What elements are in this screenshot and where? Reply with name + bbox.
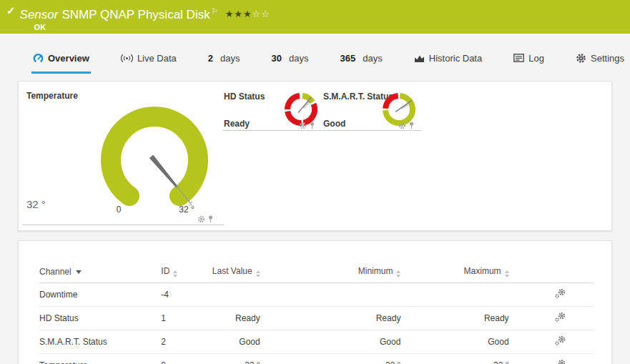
cell-id: 1 [161,307,212,330]
cell-minimum: Good [260,330,401,354]
gauge-pin-icon[interactable] [309,122,315,129]
cell-last-value: Good [212,330,260,354]
channels-panel: Channel ID Last Value Minimum Maximum Do… [18,240,612,364]
stars-empty[interactable]: ☆☆ [252,9,270,19]
table-row-downtime: Downtime -4 [39,283,594,307]
channels-table: Channel ID Last Value Minimum Maximum Do… [39,262,594,364]
tab-log-label: Log [528,53,544,64]
tab-30-days-label: days [289,53,308,64]
tab-365-days-number: 365 [340,53,356,64]
sensor-title-block: SensorSNMP QNAP Physical Disk⚐★★★☆☆ OK [20,4,270,31]
tab-log[interactable]: Log [512,44,546,74]
table-row-smart-status: S.M.A.R.T. Status 2 Good Good Good [39,330,594,354]
tab-live-data[interactable]: Live Data [119,44,178,74]
page-title: SNMP QNAP Physical Disk [61,8,210,21]
sort-desc-icon [76,270,82,274]
tab-historic-data[interactable]: Historic Data [413,44,483,74]
temperature-scale-max: 32 ° [179,205,195,215]
cell-maximum: 32 ° [400,354,508,364]
smart-status-divider [323,130,421,131]
channel-settings-icon[interactable] [554,288,566,299]
column-header-last-value[interactable]: Last Value [212,262,260,283]
tab-30-days[interactable]: 30 days [270,44,310,74]
gauge-settings-icon[interactable] [398,122,406,129]
column-header-maximum[interactable]: Maximum [400,262,508,283]
sensor-header: ✓ SensorSNMP QNAP Physical Disk⚐★★★☆☆ OK [0,0,630,34]
temperature-divider [22,225,224,225]
column-header-id[interactable]: ID [161,262,212,283]
temperature-gauge-arc [111,117,198,196]
channel-settings-icon[interactable] [554,312,566,323]
priority-stars[interactable]: ★★★☆☆ [225,9,270,19]
temperature-gauge-title: Temperature [26,91,78,101]
gauges-panel: Temperature x 0 32 ° 32 ° HD Status [18,81,612,231]
historic-chart-icon [414,54,425,63]
flag-icon[interactable]: ⚐ [212,7,218,15]
hd-status-current-value: Ready [224,119,250,129]
sort-icon [173,270,177,277]
tab-historic-data-label: Historic Data [429,53,482,64]
hd-status-gauge-title: HD Status [224,92,265,102]
sort-icon [396,270,400,277]
log-icon [513,54,524,62]
column-header-channel[interactable]: Channel [39,262,161,283]
status-badge: OK [34,23,270,31]
sort-icon [505,270,509,277]
gauge-pin-icon[interactable] [408,122,415,129]
cell-minimum: 32 ° [260,354,401,364]
tab-365-days-label: days [363,53,382,64]
cell-last-value [212,283,260,307]
cell-id: 2 [161,330,212,354]
cell-maximum: Good [400,330,508,354]
object-kind-label: Sensor [20,8,59,21]
smart-status-current-value: Good [323,119,345,129]
cell-last-value: 32 ° [212,354,260,364]
table-row-hd-status: HD Status 1 Ready Ready Ready [39,307,594,330]
cell-channel: Temperature [39,354,161,364]
column-header-actions [509,262,594,283]
channels-table-header-row: Channel ID Last Value Minimum Maximum [39,262,594,283]
gauge-settings-icon[interactable] [299,122,307,129]
channel-settings-icon[interactable] [554,335,566,346]
tab-overview-label: Overview [48,53,89,64]
cell-last-value: Ready [212,307,260,330]
tab-overview[interactable]: Overview [31,44,91,74]
gauge-pin-icon[interactable] [207,215,214,223]
ok-check-icon: ✓ [6,4,16,17]
temperature-current-value: 32 ° [26,198,46,210]
cell-maximum [400,283,508,307]
temperature-gauge: x 0 32 ° [90,92,219,217]
tab-settings[interactable]: Settings [574,44,626,74]
cell-channel: HD Status [39,307,161,330]
hd-status-divider [223,130,322,131]
tab-365-days[interactable]: 365 days [339,44,384,74]
prtg-sensor-page: ✓ SensorSNMP QNAP Physical Disk⚐★★★☆☆ OK… [0,0,630,364]
cell-channel: Downtime [39,283,161,307]
gauge-settings-icon[interactable] [197,215,205,223]
cell-minimum: Ready [260,307,401,330]
column-header-minimum[interactable]: Minimum [260,262,401,283]
sort-icon [256,270,260,277]
cell-id: 0 [161,354,212,364]
cell-channel: S.M.A.R.T. Status [39,330,161,354]
gear-icon [576,53,586,64]
live-data-icon [121,54,133,63]
smart-status-block-actions [398,122,415,129]
hd-status-block-actions [299,122,315,129]
tab-2-days[interactable]: 2 days [207,44,242,74]
channel-settings-icon[interactable] [554,359,566,364]
tab-bar: Overview Live Data 2 days 30 days 365 da… [0,44,630,74]
tab-30-days-number: 30 [272,53,282,64]
sensor-title-line: SensorSNMP QNAP Physical Disk⚐★★★☆☆ [20,4,270,22]
tab-2-days-label: days [220,53,240,64]
tab-settings-label: Settings [591,53,624,64]
tab-2-days-number: 2 [208,53,213,64]
temperature-scale-min: 0 [117,205,122,215]
table-row-temperature: Temperature 0 32 ° 32 ° 32 ° [39,354,594,364]
stars-filled[interactable]: ★★★ [225,9,252,19]
cell-minimum [260,283,401,307]
cell-id: -4 [161,283,212,307]
temperature-block-actions [197,215,214,223]
tab-live-data-label: Live Data [137,53,177,64]
cell-maximum: Ready [400,307,508,330]
